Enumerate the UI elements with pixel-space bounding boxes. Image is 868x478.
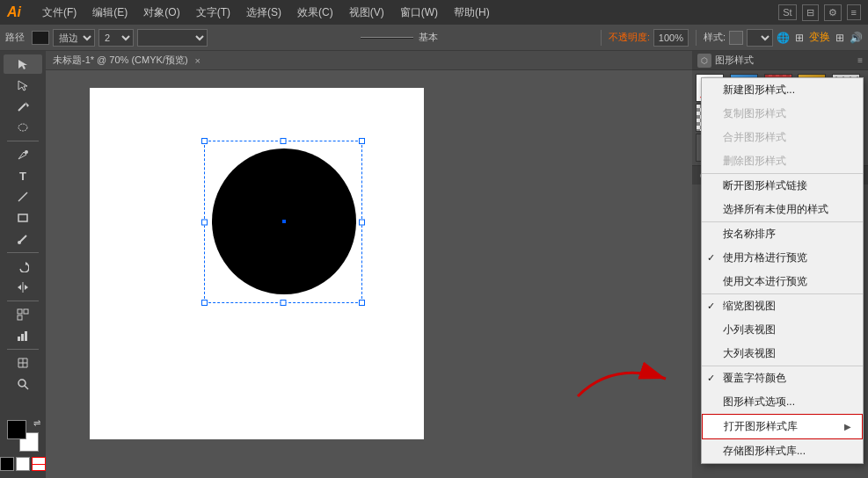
ctx-style-options-label: 图形样式选项... bbox=[723, 395, 795, 409]
white-canvas bbox=[90, 88, 424, 439]
tool-direct-select[interactable] bbox=[4, 76, 42, 95]
panel-title: 图形样式 bbox=[715, 54, 854, 67]
tool-select[interactable] bbox=[4, 54, 42, 74]
close-panel-icon[interactable]: ≡ bbox=[847, 4, 861, 20]
expand-icon[interactable]: ⊞ bbox=[835, 32, 844, 44]
opacity-input[interactable] bbox=[653, 29, 689, 47]
ctx-new-style[interactable]: 新建图形样式... bbox=[702, 78, 863, 102]
menu-select[interactable]: 选择(S) bbox=[239, 4, 288, 22]
ctx-break-link[interactable]: 断开图形样式链接 bbox=[702, 173, 863, 198]
handle-ml[interactable] bbox=[201, 219, 208, 225]
handle-bl[interactable] bbox=[201, 300, 208, 306]
shape-container[interactable] bbox=[204, 141, 362, 303]
menu-file[interactable]: 文件(F) bbox=[35, 4, 84, 22]
style-select[interactable] bbox=[747, 29, 773, 47]
menu-object[interactable]: 对象(O) bbox=[136, 4, 186, 22]
sound-icon[interactable]: 🔊 bbox=[850, 32, 863, 44]
main-area: T bbox=[0, 51, 868, 478]
toolbar-divider-1 bbox=[601, 30, 602, 46]
style-label: 样式: bbox=[704, 31, 726, 44]
ctx-open-library[interactable]: 打开图形样式库 ▶ bbox=[702, 414, 863, 439]
ctx-style-options[interactable]: 图形样式选项... bbox=[702, 390, 863, 414]
ctx-sort-name-label: 按名称排序 bbox=[723, 227, 776, 242]
stroke-select[interactable]: 描边 bbox=[53, 29, 95, 47]
settings-icon[interactable]: ⚙ bbox=[824, 4, 842, 21]
tool-rotate[interactable] bbox=[4, 257, 42, 276]
ctx-use-grid[interactable]: ✓ 使用方格进行预览 bbox=[702, 246, 863, 270]
panel-menu-btn[interactable]: ≡ bbox=[857, 55, 863, 65]
handle-tm[interactable] bbox=[281, 138, 287, 144]
stroke-color-swatch[interactable] bbox=[32, 31, 49, 45]
handle-mr[interactable] bbox=[359, 219, 365, 225]
panel-icon: ⬡ bbox=[697, 54, 711, 68]
context-menu: 新建图形样式... 复制图形样式 合并图形样式 删除图形样式 断开图形样式链接 … bbox=[701, 77, 864, 464]
ctx-override-color[interactable]: ✓ 覆盖字符颜色 bbox=[702, 366, 863, 390]
ctx-thumbnail-label: 缩览图视图 bbox=[723, 299, 776, 314]
stroke-width-select[interactable]: 2 bbox=[98, 29, 134, 47]
ctx-use-text-label: 使用文本进行预览 bbox=[723, 274, 807, 289]
app-logo: Ai bbox=[7, 4, 21, 20]
grid-icon[interactable]: ⊞ bbox=[795, 32, 804, 44]
tool-magic-wand[interactable] bbox=[4, 97, 42, 116]
opacity-label: 不透明度: bbox=[609, 31, 650, 44]
ctx-large-list[interactable]: 大列表视图 bbox=[702, 342, 863, 366]
menu-view[interactable]: 视图(V) bbox=[342, 4, 391, 22]
tool-slice[interactable] bbox=[4, 353, 42, 373]
tool-type[interactable]: T bbox=[4, 166, 42, 185]
sync-icon[interactable]: St bbox=[778, 4, 796, 20]
handle-bm[interactable] bbox=[281, 300, 287, 306]
tool-mirror[interactable] bbox=[4, 278, 42, 297]
tool-zoom[interactable] bbox=[4, 374, 42, 394]
tool-sep-4 bbox=[7, 349, 39, 350]
color-mode[interactable] bbox=[0, 457, 14, 471]
ctx-grid-check: ✓ bbox=[707, 252, 715, 264]
style-swatch[interactable] bbox=[729, 31, 743, 45]
tool-line[interactable] bbox=[4, 187, 42, 206]
none-mode[interactable] bbox=[16, 457, 30, 471]
svg-point-5 bbox=[25, 150, 28, 154]
ctx-select-unused[interactable]: 选择所有未使用的样式 bbox=[702, 198, 863, 221]
swap-colors-btn[interactable]: ⇌ bbox=[33, 418, 40, 428]
handle-br[interactable] bbox=[359, 300, 365, 306]
ctx-small-list[interactable]: 小列表视图 bbox=[702, 318, 863, 342]
gradient-mode[interactable] bbox=[32, 457, 46, 471]
svg-marker-11 bbox=[18, 285, 21, 290]
svg-point-8 bbox=[18, 241, 21, 244]
menu-edit[interactable]: 编辑(E) bbox=[85, 4, 135, 22]
globe-icon[interactable]: 🌐 bbox=[777, 32, 790, 44]
ctx-use-text[interactable]: 使用文本进行预览 bbox=[702, 270, 863, 293]
canvas-inner[interactable] bbox=[46, 70, 692, 478]
svg-rect-16 bbox=[18, 337, 20, 341]
ctx-thumbnail-view[interactable]: ✓ 缩览图视图 bbox=[702, 293, 863, 318]
svg-marker-12 bbox=[25, 285, 28, 290]
tool-pen[interactable] bbox=[4, 145, 42, 164]
ctx-override-check: ✓ bbox=[707, 373, 715, 384]
tool-lasso[interactable] bbox=[4, 118, 42, 137]
handle-tl[interactable] bbox=[201, 138, 208, 144]
canvas-tab-title: 未标题-1* @ 70% (CMYK/预览) bbox=[53, 54, 188, 67]
svg-rect-7 bbox=[18, 214, 27, 221]
fg-color[interactable] bbox=[7, 420, 26, 439]
svg-marker-3 bbox=[26, 102, 29, 107]
menu-text[interactable]: 文字(T) bbox=[189, 4, 237, 22]
color-mode-row bbox=[0, 457, 46, 471]
tool-brush[interactable] bbox=[4, 229, 42, 249]
tool-shapebuilder[interactable] bbox=[4, 305, 42, 324]
menu-effect[interactable]: 效果(C) bbox=[290, 4, 340, 22]
svg-marker-1 bbox=[18, 81, 27, 91]
menu-window[interactable]: 窗口(W) bbox=[393, 4, 445, 22]
canvas-close-btn[interactable]: × bbox=[195, 55, 201, 66]
arrange-icon[interactable]: ⊟ bbox=[802, 4, 819, 21]
ctx-save-library[interactable]: 存储图形样式库... bbox=[702, 439, 863, 463]
svg-rect-14 bbox=[24, 309, 28, 314]
toolbar-divider-2 bbox=[696, 30, 697, 46]
menu-help[interactable]: 帮助(H) bbox=[447, 4, 497, 22]
ctx-sort-name[interactable]: 按名称排序 bbox=[702, 221, 863, 246]
tool-chart[interactable] bbox=[4, 326, 42, 345]
ctx-save-library-label: 存储图形样式库... bbox=[723, 444, 806, 459]
handle-tr[interactable] bbox=[359, 138, 365, 144]
ctx-small-list-label: 小列表视图 bbox=[723, 322, 776, 337]
tool-rect[interactable] bbox=[4, 208, 42, 228]
stroke-style-select[interactable] bbox=[137, 29, 208, 47]
svg-rect-15 bbox=[18, 315, 22, 320]
